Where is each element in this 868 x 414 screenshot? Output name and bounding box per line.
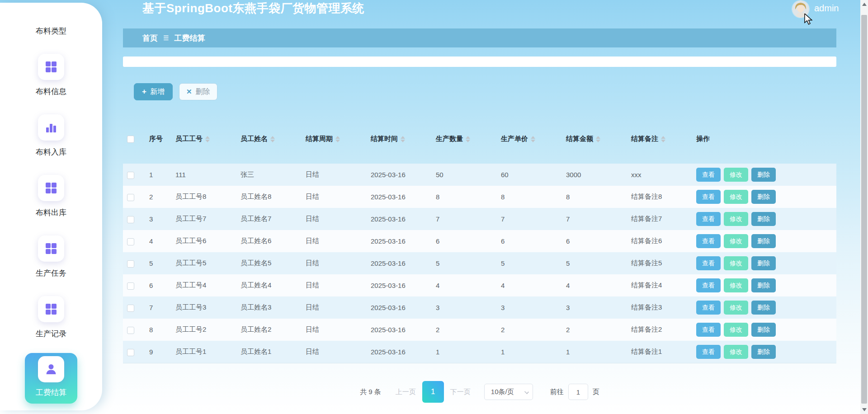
page-size-value: 10条/页: [491, 388, 514, 396]
next-page-button[interactable]: 下一页: [450, 388, 471, 396]
cell-qty: 1: [431, 341, 496, 363]
view-button[interactable]: 查看: [696, 212, 721, 226]
mouse-cursor: [804, 14, 815, 25]
add-button[interactable]: + 新增: [134, 83, 173, 100]
sidebar-item-布料信息[interactable]: 布料信息: [36, 54, 66, 97]
edit-button[interactable]: 修改: [724, 212, 748, 226]
row-checkbox[interactable]: [127, 216, 134, 223]
row-checkbox[interactable]: [127, 172, 134, 179]
vertical-scrollbar[interactable]: [860, 0, 868, 414]
view-button[interactable]: 查看: [696, 234, 721, 248]
row-checkbox[interactable]: [127, 282, 134, 290]
column-header[interactable]: 员工姓名: [236, 123, 301, 164]
row-delete-button[interactable]: 删除: [751, 234, 776, 248]
table-row: 8员工工号2员工姓名2日结2025-03-16222结算备注2查看修改删除: [123, 319, 836, 341]
cell-price: 6: [496, 230, 561, 252]
view-button[interactable]: 查看: [696, 301, 721, 315]
cell-actions: 查看修改删除: [692, 252, 836, 274]
view-button[interactable]: 查看: [696, 256, 721, 270]
sidebar-item-布料入库[interactable]: 布料入库: [36, 114, 66, 157]
sidebar-item-生产记录[interactable]: 生产记录: [36, 296, 66, 339]
sort-caret-icon[interactable]: [661, 136, 665, 142]
row-delete-button[interactable]: 删除: [751, 278, 776, 292]
sidebar-item-工费结算[interactable]: 工费结算: [25, 353, 77, 404]
column-header[interactable]: 结算备注: [627, 123, 692, 164]
sort-caret-icon[interactable]: [466, 136, 470, 142]
view-button[interactable]: 查看: [696, 190, 721, 204]
column-header[interactable]: 结算时间: [366, 123, 431, 164]
scrollbar-thumb[interactable]: [861, 15, 867, 404]
prev-page-button[interactable]: 上一页: [396, 388, 416, 396]
view-button[interactable]: 查看: [696, 323, 721, 337]
column-header[interactable]: 结算金额: [561, 123, 627, 164]
row-delete-button[interactable]: 删除: [751, 301, 776, 315]
column-header[interactable]: 结算周期: [301, 123, 366, 164]
row-checkbox[interactable]: [127, 327, 134, 334]
sort-caret-icon[interactable]: [531, 136, 535, 142]
goto-page-input[interactable]: [568, 384, 588, 400]
sort-caret-icon[interactable]: [596, 136, 600, 142]
view-button[interactable]: 查看: [696, 168, 721, 182]
row-checkbox[interactable]: [127, 305, 134, 312]
edit-button[interactable]: 修改: [724, 323, 748, 337]
column-header[interactable]: 生产数量: [431, 123, 496, 164]
sidebar-item-生产任务[interactable]: 生产任务: [36, 235, 66, 278]
row-checkbox[interactable]: [127, 238, 134, 245]
sort-caret-icon[interactable]: [401, 136, 405, 142]
cell-price: 7: [496, 208, 561, 230]
edit-button[interactable]: 修改: [724, 278, 748, 292]
cell-qty: 7: [431, 208, 496, 230]
bar-chart-icon: [38, 114, 64, 141]
cell-remark: 结算备注1: [627, 341, 692, 363]
table-row: 4员工工号6员工姓名6日结2025-03-16666结算备注6查看修改删除: [123, 230, 836, 252]
row-delete-button[interactable]: 删除: [751, 190, 776, 204]
cell-time: 2025-03-16: [366, 296, 431, 319]
row-delete-button[interactable]: 删除: [751, 323, 776, 337]
cell-amount: 3000: [561, 164, 627, 186]
delete-button[interactable]: ✕ 删除: [179, 83, 217, 100]
cell-price: 5: [496, 252, 561, 274]
cell-emp_id: 员工工号4: [171, 274, 236, 296]
breadcrumb-home[interactable]: 首页: [142, 33, 158, 43]
column-header[interactable]: 员工工号: [171, 123, 236, 164]
cell-cycle: 日结: [301, 319, 366, 341]
sidebar-item-布料类型[interactable]: 布料类型: [36, 26, 66, 36]
view-button[interactable]: 查看: [696, 278, 721, 292]
table-header-row: 序号员工工号员工姓名结算周期结算时间生产数量生产单价结算金额结算备注操作: [123, 123, 836, 164]
edit-button[interactable]: 修改: [724, 345, 748, 359]
page-size-select[interactable]: 10条/页: [484, 384, 533, 400]
grid-icon: [38, 175, 64, 201]
edit-button[interactable]: 修改: [724, 190, 748, 204]
edit-button[interactable]: 修改: [724, 256, 748, 270]
edit-button[interactable]: 修改: [724, 168, 748, 182]
select-all-checkbox[interactable]: [127, 136, 134, 143]
username-label[interactable]: admin: [814, 3, 839, 14]
row-checkbox[interactable]: [127, 194, 134, 201]
cell-price: 2: [496, 319, 561, 341]
row-checkbox[interactable]: [127, 349, 134, 356]
grid-icon: [38, 296, 64, 322]
data-table: 序号员工工号员工姓名结算周期结算时间生产数量生产单价结算金额结算备注操作 111…: [123, 123, 836, 363]
scroll-up-icon[interactable]: [862, 3, 867, 6]
grid-icon: [38, 235, 64, 262]
edit-button[interactable]: 修改: [724, 301, 748, 315]
row-delete-button[interactable]: 删除: [751, 212, 776, 226]
cell-time: 2025-03-16: [366, 230, 431, 252]
sidebar-item-label: 布料信息: [36, 87, 66, 97]
row-checkbox[interactable]: [127, 260, 134, 268]
row-delete-button[interactable]: 删除: [751, 168, 776, 182]
row-delete-button[interactable]: 删除: [751, 345, 776, 359]
row-delete-button[interactable]: 删除: [751, 256, 776, 270]
sort-caret-icon[interactable]: [205, 136, 210, 142]
current-page-button[interactable]: 1: [422, 381, 444, 403]
sidebar-item-布料出库[interactable]: 布料出库: [36, 175, 66, 218]
column-header[interactable]: 生产单价: [496, 123, 561, 164]
view-button[interactable]: 查看: [696, 345, 721, 359]
cell-cycle: 日结: [301, 296, 366, 319]
cell-amount: 8: [561, 186, 627, 208]
scroll-down-icon[interactable]: [862, 408, 867, 411]
sort-caret-icon[interactable]: [270, 136, 275, 142]
cell-qty: 50: [431, 164, 496, 186]
edit-button[interactable]: 修改: [724, 234, 748, 248]
sort-caret-icon[interactable]: [335, 136, 340, 142]
